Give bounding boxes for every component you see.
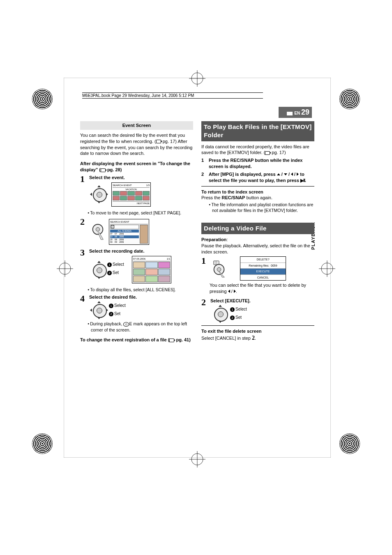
dpad-icon xyxy=(91,302,107,318)
list-num-2: 2 xyxy=(201,171,206,177)
step3-note: To display all the files, select [ALL SC… xyxy=(86,287,193,292)
left-icon xyxy=(228,290,230,293)
preparation: Preparation: Pause the playback. Alterna… xyxy=(201,237,314,255)
list-num-1: 1 xyxy=(201,157,206,164)
step-number-2: 2 xyxy=(80,217,87,226)
dpad-icon xyxy=(212,306,228,322)
callout-1: 1 xyxy=(230,307,235,312)
step4-text: Select the desired file. xyxy=(89,294,193,300)
delete-menu-screen: DELETE? Remaining files: 0059 EXECUTE CA… xyxy=(240,256,286,281)
screen-preview-1: SEARCH EVENT1/3 VACATION NEXT PAGE xyxy=(111,182,151,207)
dpad-icon xyxy=(91,262,107,278)
return-body: Press the REC/SNAP button again. xyxy=(201,195,314,201)
exit-body: Select [CANCEL] in step 2. xyxy=(201,334,314,342)
step3-text: Select the recording date. xyxy=(89,248,193,254)
section-delete: Deleting a Video File xyxy=(201,223,314,234)
press-center-icon xyxy=(90,223,106,241)
svg-point-14 xyxy=(96,228,100,232)
extmov-step1: Press the REC/SNAP button while the inde… xyxy=(209,157,314,170)
event-screen-heading: Event Screen xyxy=(80,121,193,130)
up-icon xyxy=(277,173,280,175)
step-number-1: 1 xyxy=(80,175,87,184)
callout-1: 1 xyxy=(109,304,113,308)
extmov-step2: After [MPG] is displayed, press / / / to… xyxy=(209,171,314,184)
svg-point-19 xyxy=(217,267,221,272)
page-number: 29 xyxy=(301,108,309,116)
extmov-intro: If data cannot be recorded properly, the… xyxy=(201,144,314,156)
exit-heading: To exit the file delete screen xyxy=(201,328,314,334)
reference-icon xyxy=(101,168,106,172)
callout-2: 2 xyxy=(109,312,113,316)
return-note: The file information and playlist creati… xyxy=(207,202,314,213)
callout-2: 2 xyxy=(107,271,112,275)
left-column: Event Screen You can search the desired … xyxy=(80,121,193,343)
registration-mark xyxy=(32,433,53,454)
return-heading: To return to the index screen xyxy=(201,189,314,195)
book-stamp: M6E3PAL.book Page 29 Wednesday, June 14,… xyxy=(82,92,263,99)
registration-mark xyxy=(339,433,360,454)
target-icon xyxy=(188,69,207,88)
target-icon xyxy=(318,259,337,278)
down-icon xyxy=(284,173,287,175)
registration-mark xyxy=(32,89,53,109)
change-event-note: To change the event registration of a fi… xyxy=(80,337,193,343)
step-number-4: 4 xyxy=(80,294,87,303)
event-intro: You can search the desired file by the e… xyxy=(80,132,193,157)
reference-icon xyxy=(156,140,161,143)
after-display-note: After displaying the event screen in "To… xyxy=(80,161,193,173)
step-number-2: 2 xyxy=(201,298,208,307)
screen-preview-2: SEARCH EVENT ↩ ALL SCENES 07 07 2006 13 … xyxy=(109,219,149,245)
target-icon xyxy=(55,259,74,278)
registration-mark xyxy=(339,89,360,109)
step-number-3: 3 xyxy=(80,248,87,257)
screen-preview-3: 07.05.20061/1 xyxy=(132,256,171,283)
lang-code: EN xyxy=(294,111,300,115)
right-column: To Play Back Files in the [EXTMOV] Folde… xyxy=(201,121,314,343)
section-extmov: To Play Back Files in the [EXTMOV] Folde… xyxy=(201,121,314,141)
right-icon xyxy=(297,173,299,176)
left-icon xyxy=(291,173,293,176)
step-number-1: 1 xyxy=(201,256,208,265)
step1-text: Select the event. xyxy=(89,175,193,181)
target-icon xyxy=(188,450,207,469)
dpad-icon xyxy=(91,186,107,203)
step1-note: To move to the next page, select [NEXT P… xyxy=(86,210,193,216)
right-icon xyxy=(234,290,236,293)
callout-2: 2 xyxy=(230,315,235,320)
step4-note: During playback, ☺E mark appears on the … xyxy=(86,321,193,333)
delete-select-note: You can select the file that you want to… xyxy=(210,282,314,295)
reference-icon xyxy=(265,151,270,155)
camcorder-icon xyxy=(287,112,293,115)
delete-step2: Select [EXECUTE]. xyxy=(210,298,314,304)
page-number-tab: EN 29 xyxy=(279,107,312,118)
press-center-icon xyxy=(211,260,227,278)
play-pause-icon: ▶II xyxy=(300,178,305,183)
callout-1: 1 xyxy=(107,263,112,267)
reference-icon xyxy=(169,339,174,342)
